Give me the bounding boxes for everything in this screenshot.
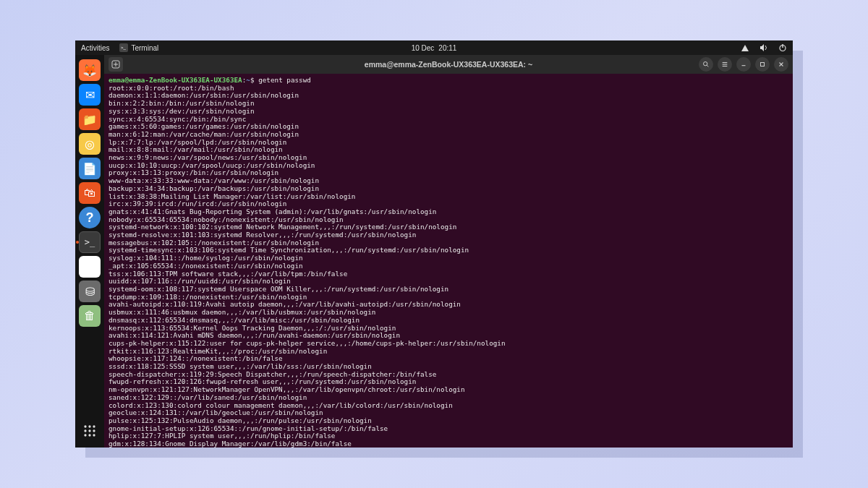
trash-icon[interactable]: 🗑	[79, 305, 101, 327]
terminal-icon[interactable]: >_	[79, 231, 101, 253]
clock[interactable]: 10 Dec 20:11	[412, 44, 457, 52]
firefox-icon[interactable]: 🦊	[79, 59, 101, 81]
activities-button[interactable]: Activities	[81, 44, 109, 52]
window-title: emma@emma-ZenBook-UX363EA-UX363EA: ~	[365, 60, 532, 69]
volume-icon	[760, 43, 768, 52]
terminal-body[interactable]: emma@emma-ZenBook-UX363EA-UX363EA:~$ get…	[104, 74, 793, 448]
terminal-icon: >_	[119, 43, 128, 52]
system-status-area[interactable]	[741, 43, 787, 52]
svg-point-12	[93, 434, 95, 436]
dock: 🦊✉📁◎📄🛍?>_✎⛁🗑	[75, 55, 104, 448]
app-menu[interactable]: >_ Terminal	[119, 43, 158, 52]
search-button[interactable]	[699, 57, 713, 72]
software-icon[interactable]: 🛍	[79, 182, 101, 204]
clock-time: 20:11	[438, 44, 456, 52]
hamburger-menu-button[interactable]	[718, 57, 732, 72]
svg-line-17	[707, 65, 708, 67]
app-menu-label: Terminal	[131, 44, 158, 52]
svg-point-9	[93, 429, 95, 432]
gnome-topbar: Activities >_ Terminal 10 Dec 20:11	[75, 40, 793, 55]
svg-point-8	[88, 429, 90, 432]
network-icon	[741, 43, 749, 52]
svg-point-6	[93, 425, 95, 427]
svg-point-10	[84, 434, 86, 436]
libreoffice-writer-icon[interactable]: 📄	[79, 158, 101, 179]
files-icon[interactable]: 📁	[79, 108, 101, 130]
svg-point-5	[88, 425, 90, 427]
maximize-button[interactable]	[755, 57, 770, 72]
svg-point-7	[84, 429, 86, 432]
window-titlebar[interactable]: emma@emma-ZenBook-UX363EA-UX363EA: ~	[104, 55, 793, 74]
rhythmbox-icon[interactable]: ◎	[79, 133, 101, 155]
svg-point-16	[704, 62, 707, 66]
svg-rect-22	[761, 63, 765, 67]
help-icon[interactable]: ?	[79, 207, 101, 228]
disk-icon[interactable]: ⛁	[79, 281, 101, 302]
power-icon	[778, 43, 787, 52]
gnome-desktop: Activities >_ Terminal 10 Dec 20:11	[75, 40, 793, 448]
new-tab-button[interactable]	[109, 57, 123, 72]
close-button[interactable]	[774, 57, 788, 72]
text-editor-icon[interactable]: ✎	[79, 256, 101, 278]
svg-text:>_: >_	[121, 46, 127, 50]
minimize-button[interactable]	[736, 57, 751, 72]
svg-point-4	[84, 425, 86, 427]
thunderbird-icon[interactable]: ✉	[79, 84, 101, 106]
clock-date: 10 Dec	[412, 44, 435, 52]
svg-point-11	[88, 434, 90, 436]
show-applications-button[interactable]	[79, 420, 101, 442]
terminal-window: emma@emma-ZenBook-UX363EA-UX363EA: ~	[104, 55, 793, 448]
